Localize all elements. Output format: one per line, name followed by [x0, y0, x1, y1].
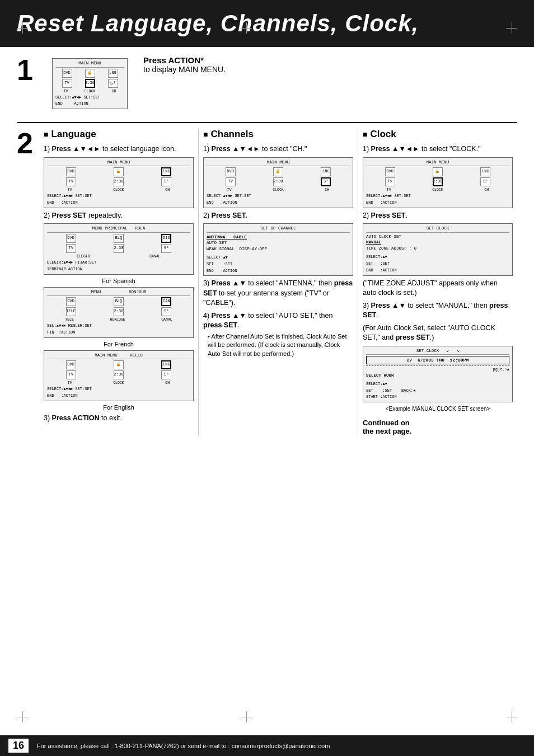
lang-french-menu: MENU BONJOUR DVD BLQ CAN TELE 2:30 5³ TE…	[44, 287, 194, 338]
french-caption: For French	[44, 341, 194, 348]
clock-title: Clock	[363, 129, 513, 140]
clk-parenthetical: (For Auto Clock Set, select "AUTO CLOCK …	[363, 323, 513, 343]
clock-column: Clock 1) Press ▲▼◄► to select "CLOCK." M…	[358, 129, 517, 435]
lang-spanish-menu: MENU PRINCIPAL HOLA DVD BLQ DIO TV 2:30 …	[44, 223, 194, 274]
ch-setup-menu: SET UP CHANNEL ANTENNA CABLE AUTO SET WE…	[203, 223, 353, 276]
crosshair-top-right	[506, 22, 517, 34]
clock-icon: 2:30	[85, 79, 95, 88]
step1-instructions: Press ACTION* to display MAIN MENU.	[143, 55, 226, 74]
step1-number: 1	[17, 55, 39, 84]
crosshair-top-left	[17, 22, 28, 34]
step2-section: 2 Language 1) Press ▲▼◄► to select langu…	[17, 129, 517, 435]
crosshair-bottom-right	[506, 711, 517, 722]
clk-step2: 2) Press SET.	[363, 211, 513, 221]
lang-step1: 1) Press ▲▼◄► to select language icon.	[44, 144, 194, 154]
ch-step4: 4) Press ▲▼ to select "AUTO SET," then p…	[203, 311, 353, 331]
lang-english-menu: MAIN MENU HELLO DVD 🔒 LNG TV 2:30 5³ TVC…	[44, 350, 194, 401]
language-icon: LNG	[108, 69, 118, 78]
spanish-caption: For Spanish	[44, 278, 194, 284]
step1-to-display: to display MAIN MENU.	[143, 65, 226, 74]
clk-set-menu: SET CLOCK AUTO CLOCK SET MANUAL TIME ZON…	[363, 223, 513, 275]
lang-main-menu: MAIN MENU DVD 🔒 LNG TV 2:30 5³ TVCLOCKCH…	[44, 157, 194, 208]
ch-step2: 2) Press SET.	[203, 211, 353, 221]
clk-main-menu: MAIN MENU DVD 🔒 LNG TV 2:30 5³ TVCLOCKCH…	[363, 157, 513, 208]
dvd-icon: DVD	[62, 69, 72, 78]
clk-manual-screen: SET CLOCK ↙ ↘ 27 6/2003 THU 12:00PM pg)⊂…	[363, 346, 513, 402]
language-title: Language	[44, 129, 194, 140]
tv-icon: TV	[62, 79, 72, 88]
ch-main-menu: MAIN MENU DVD 🔒 LNG TV 2:30 5³ TVCLOCKCH…	[203, 157, 353, 208]
lang-step2: 2) Press SET repeatedly.	[44, 211, 194, 221]
clk-timezone-note: ("TIME ZONE ADJUST" appears only when au…	[363, 279, 513, 298]
channels-title: Channels	[203, 129, 353, 140]
lang-step3: 3) Press ACTION to exit.	[44, 414, 194, 424]
page-number: 16	[8, 739, 29, 753]
step1-press-action: Press ACTION*	[143, 55, 226, 65]
clk-example-label: <Example MANUAL CLOCK SET screen>	[363, 405, 513, 413]
page-header: Reset Language, Channels, Clock,	[0, 0, 534, 47]
step2-number: 2	[17, 129, 39, 158]
page-footer: 16 For assistance, please call : 1-800-2…	[0, 735, 534, 756]
english-caption: For English	[44, 404, 194, 411]
ch-note: After Channel Auto Set is finished, Cloc…	[203, 332, 353, 358]
clk-step3: 3) Press ▲▼ to select "MANUAL," then pre…	[363, 301, 513, 321]
page-title: Reset Language, Channels, Clock,	[17, 10, 517, 37]
step1-menu-diagram: MAIN MENU DVD 🔒 LNG TV 2:30 5³ TVCLOCKCH…	[52, 58, 128, 109]
footer-assistance-text: For assistance, please call : 1-800-211-…	[37, 743, 330, 749]
continued-text: Continued onthe next page.	[363, 419, 513, 435]
channels-column: Channels 1) Press ▲▼◄► to select "CH." M…	[199, 129, 358, 435]
columns-wrapper: Language 1) Press ▲▼◄► to select languag…	[39, 129, 517, 435]
language-column: Language 1) Press ▲▼◄► to select languag…	[39, 129, 199, 435]
ch-icon: 5³	[108, 79, 118, 88]
step1-section: 1 MAIN MENU DVD 🔒 LNG TV 2:30 5³ TVCLOCK…	[17, 55, 517, 112]
lock-icon: 🔒	[85, 69, 95, 78]
ch-step1: 1) Press ▲▼◄► to select "CH."	[203, 144, 353, 154]
section-divider	[17, 122, 517, 123]
clk-step1: 1) Press ▲▼◄► to select "CLOCK."	[363, 144, 513, 154]
crosshair-top-center	[241, 22, 252, 34]
crosshair-bottom-left	[17, 711, 28, 722]
ch-step3: 3) Press ▲▼ to select "ANTENNA," then pr…	[203, 279, 353, 308]
crosshair-bottom-center	[241, 711, 252, 722]
